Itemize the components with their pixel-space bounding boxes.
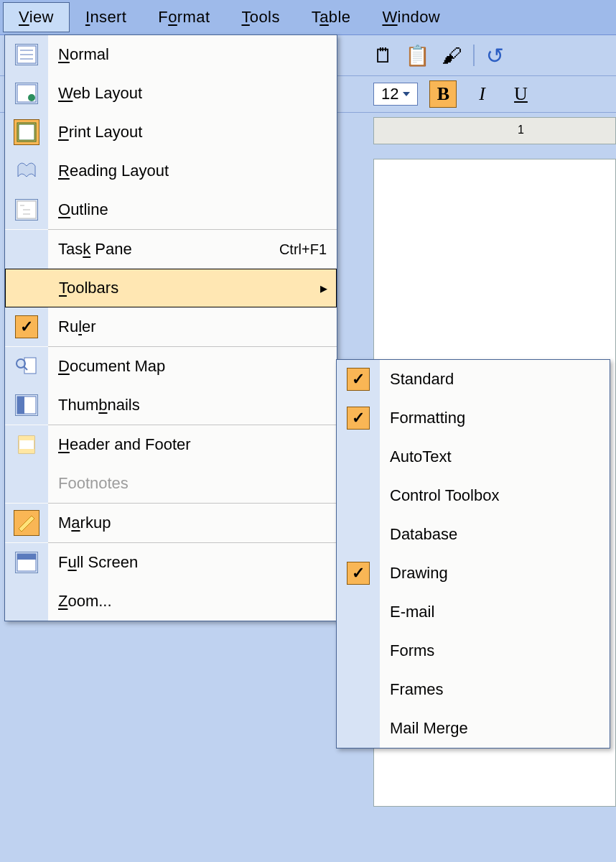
ruler (373, 117, 616, 144)
clipboard-icon[interactable]: 🗒 (373, 44, 393, 68)
view-normal[interactable]: Normal (5, 35, 337, 74)
italic-button[interactable]: I (468, 80, 495, 108)
svg-rect-6 (19, 124, 34, 140)
toolbars-submenu: Standard Formatting AutoText Control Too… (336, 359, 610, 749)
view-toolbars[interactable]: Toolbars (5, 269, 337, 307)
font-size-dropdown[interactable]: 12 (373, 83, 418, 106)
view-document-map[interactable]: Document Map (5, 347, 337, 386)
toolbar-control-toolbox[interactable]: Control Toolbox (337, 476, 610, 515)
header-footer-icon (16, 435, 37, 455)
check-icon (347, 368, 370, 391)
toolbar-autotext[interactable]: AutoText (337, 437, 610, 476)
view-thumbnails[interactable]: Thumbnails (5, 386, 337, 425)
toolbar-formatting[interactable]: Formatting (337, 399, 610, 437)
check-icon (347, 562, 370, 585)
underline-button[interactable]: U (507, 80, 534, 108)
menu-table[interactable]: Table (296, 2, 367, 32)
paste-icon[interactable]: 📋 (405, 44, 430, 68)
dropdown-icon (403, 92, 410, 96)
svg-rect-19 (19, 449, 34, 453)
view-web-layout[interactable]: Web Layout (5, 74, 337, 113)
menu-window[interactable]: Window (366, 2, 456, 32)
check-icon (347, 407, 370, 430)
view-markup[interactable]: Markup (5, 504, 337, 542)
undo-icon[interactable]: ↻ (486, 43, 504, 68)
menu-view[interactable]: View (3, 2, 70, 32)
view-reading-layout[interactable]: Reading Layout (5, 152, 337, 190)
document-map-icon (16, 356, 37, 376)
view-ruler[interactable]: Ruler (5, 307, 337, 346)
toolbar-drawing[interactable]: Drawing (337, 554, 610, 593)
toolbar-database[interactable]: Database (337, 515, 610, 554)
toolbar-frames[interactable]: Frames (337, 670, 610, 709)
view-full-screen[interactable]: Full Screen (5, 543, 337, 582)
svg-rect-21 (17, 554, 36, 560)
menu-format[interactable]: Format (142, 2, 225, 32)
web-layout-icon (15, 83, 38, 104)
view-task-pane[interactable]: Task Pane Ctrl+F1 (5, 230, 337, 269)
bold-button[interactable]: B (429, 80, 457, 108)
normal-icon (15, 44, 38, 65)
toolbar-forms[interactable]: Forms (337, 631, 610, 670)
print-layout-icon (14, 119, 39, 145)
svg-point-5 (28, 94, 35, 101)
view-footnotes: Footnotes (5, 464, 337, 503)
menubar: View Insert Format Tools Table Window (0, 0, 616, 35)
toolbar-standard[interactable]: Standard (337, 360, 610, 399)
view-header-footer[interactable]: Header and Footer (5, 425, 337, 464)
svg-rect-18 (19, 436, 34, 440)
view-zoom[interactable]: Zoom... (5, 582, 337, 621)
font-size-value: 12 (381, 85, 398, 103)
toolbar-email[interactable]: E-mail (337, 593, 610, 631)
view-print-layout[interactable]: Print Layout (5, 113, 337, 152)
view-outline[interactable]: Outline (5, 190, 337, 229)
svg-rect-12 (24, 358, 36, 374)
toolbar-mail-merge[interactable]: Mail Merge (337, 709, 610, 748)
format-painter-icon[interactable]: 🖌 (442, 44, 462, 68)
menu-tools[interactable]: Tools (225, 2, 295, 32)
outline-icon (15, 199, 38, 221)
svg-rect-16 (17, 397, 24, 414)
thumbnails-icon (15, 394, 38, 416)
full-screen-icon (15, 552, 38, 573)
view-menu: Normal Web Layout Print Layout Reading L… (4, 34, 337, 621)
task-pane-shortcut: Ctrl+F1 (279, 241, 337, 258)
markup-icon (14, 510, 39, 536)
ruler-check-icon (15, 315, 38, 338)
menu-insert[interactable]: Insert (70, 2, 142, 32)
reading-layout-icon (16, 161, 37, 181)
